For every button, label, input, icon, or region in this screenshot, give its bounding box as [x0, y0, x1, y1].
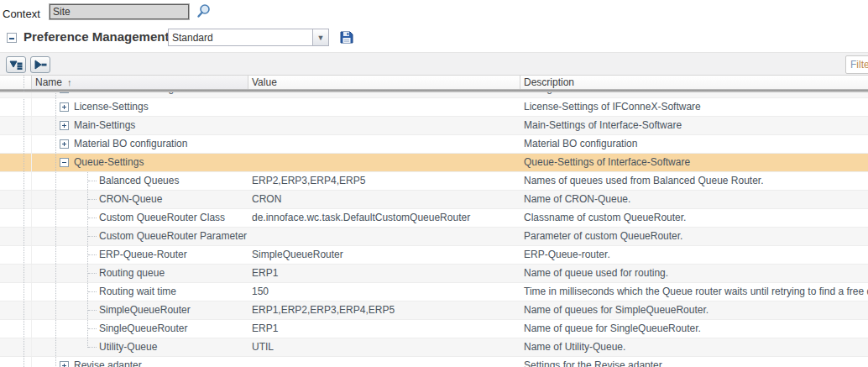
- row-numberer-cell: [0, 301, 32, 319]
- sort-asc-icon: ↑: [67, 77, 72, 87]
- expand-icon[interactable]: [60, 361, 69, 367]
- tree-connector: [88, 291, 97, 292]
- row-name-cell: ERP-Queue-Router: [32, 246, 248, 264]
- column-header-description[interactable]: Description: [520, 76, 868, 89]
- row-name: Custom QueueRouter Parameter: [99, 228, 247, 245]
- table-row[interactable]: Revise adapter Settings for the Revise a…: [0, 357, 868, 367]
- column-header-value[interactable]: Value: [248, 76, 520, 89]
- row-description: Name of queues for SimpleQueueRouter.: [520, 301, 868, 319]
- row-name: ERP-Queue-Router: [99, 246, 187, 264]
- row-description: Main-Settings of Interface-Software: [520, 117, 868, 134]
- table-body: License-Settings License-Settings of IFC…: [0, 98, 868, 367]
- row-numberer-cell: [0, 265, 32, 282]
- row-numberer-cell: [0, 209, 32, 227]
- expand-icon[interactable]: [60, 102, 69, 112]
- tree-connector: [88, 328, 97, 329]
- row-value: ERP2,ERP3,ERP4,ERP5: [248, 172, 520, 190]
- row-value: 150: [248, 283, 520, 301]
- collapse-level-button[interactable]: [30, 56, 50, 73]
- row-name-cell: Custom QueueRouter Class: [32, 209, 248, 227]
- row-value: ERP1,ERP2,ERP3,ERP4,ERP5: [248, 301, 520, 319]
- row-name-cell: Utility-Queue: [32, 338, 248, 356]
- table-row[interactable]: Custom QueueRouter Parameter Parameter o…: [0, 228, 868, 246]
- column-header-spacer[interactable]: [0, 76, 32, 89]
- row-name: SingleQueueRouter: [99, 320, 187, 338]
- table-row[interactable]: Routing wait time 150 Time in millisecon…: [0, 283, 868, 301]
- row-name-cell: SimpleQueueRouter: [32, 301, 248, 319]
- row-value: [248, 228, 520, 245]
- table-row[interactable]: ERP-Queue-Router SimpleQueueRouter ERP-Q…: [0, 246, 868, 265]
- expand-icon[interactable]: [60, 139, 69, 149]
- row-value: [248, 154, 520, 171]
- row-numberer-cell: [0, 357, 32, 367]
- row-name-cell: License-Settings: [32, 98, 248, 116]
- preferences-grid: Name↑ Value Description KPI Mail Values …: [0, 76, 868, 367]
- row-numberer-cell: [0, 191, 32, 208]
- row-value: CRON: [248, 191, 520, 208]
- row-name: Material BO configuration: [74, 135, 187, 153]
- row-name-cell: Main-Settings: [32, 117, 248, 134]
- preference-header: Preference Management ▼: [0, 27, 868, 52]
- filter-input[interactable]: Filter: [845, 55, 868, 74]
- row-name-cell: Routing queue: [32, 265, 248, 282]
- preference-set-combo[interactable]: ▼: [168, 29, 329, 46]
- row-name: Utility-Queue: [99, 338, 157, 356]
- row-description: Material BO configuration: [520, 135, 868, 153]
- save-icon[interactable]: [339, 29, 354, 45]
- row-name: Routing wait time: [99, 283, 176, 301]
- table-row[interactable]: Custom QueueRouter Class de.innoface.wc.…: [0, 209, 868, 228]
- expand-icon[interactable]: [60, 121, 69, 130]
- row-name-cell: Custom QueueRouter Parameter: [32, 228, 248, 245]
- row-description: Name of Utility-Queue.: [520, 338, 868, 356]
- row-description: Time in milliseconds which the Queue rou…: [520, 283, 868, 301]
- table-row[interactable]: Utility-Queue UTIL Name of Utility-Queue…: [0, 338, 868, 357]
- row-name-cell: Routing wait time: [32, 283, 248, 301]
- row-description: License-Settings of IFConneX-Software: [520, 98, 868, 116]
- row-description: Name of queue used for routing.: [520, 265, 868, 282]
- row-name: Custom QueueRouter Class: [99, 209, 225, 227]
- row-description: Konfiguration of KPI Mail Values.: [520, 92, 868, 97]
- tree-connector: [88, 254, 97, 255]
- preference-set-input[interactable]: [169, 29, 312, 45]
- chevron-down-icon[interactable]: ▼: [312, 29, 328, 45]
- row-value: [248, 357, 520, 367]
- row-numberer-cell: [0, 172, 32, 190]
- row-description: Parameter of custom QueueRouter.: [520, 228, 868, 245]
- table-row[interactable]: CRON-Queue CRON Name of CRON-Queue.: [0, 191, 868, 209]
- search-icon[interactable]: [196, 3, 212, 19]
- row-numberer-cell: [0, 246, 32, 264]
- row-description: Settings for the Revise adapter.: [520, 357, 868, 367]
- row-value: UTIL: [248, 338, 520, 356]
- row-value: [248, 117, 520, 134]
- grid-toolbar: Filter: [0, 52, 868, 76]
- column-header-name[interactable]: Name↑: [32, 76, 248, 89]
- context-bar: Context: [0, 0, 868, 25]
- table-row[interactable]: Material BO configuration Material BO co…: [0, 135, 868, 154]
- table-row[interactable]: Balanced Queues ERP2,ERP3,ERP4,ERP5 Name…: [0, 172, 868, 191]
- row-name-cell: Material BO configuration: [32, 135, 248, 153]
- tree-connector: [88, 218, 97, 218]
- table-row[interactable]: KPI Mail Values configuration Konfigurat…: [0, 92, 868, 98]
- tree-connector: [88, 347, 97, 348]
- row-name-cell: SingleQueueRouter: [32, 320, 248, 338]
- row-value: [248, 98, 520, 116]
- table-row[interactable]: License-Settings License-Settings of IFC…: [0, 98, 868, 117]
- context-input[interactable]: [50, 4, 189, 19]
- row-numberer-cell: [0, 283, 32, 301]
- collapse-section-icon[interactable]: [7, 33, 17, 43]
- row-description: Name of CRON-Queue.: [520, 191, 868, 208]
- collapse-icon[interactable]: [60, 92, 69, 93]
- row-value: ERP1: [248, 320, 520, 338]
- row-name-cell: KPI Mail Values configuration: [32, 92, 248, 97]
- table-row[interactable]: SimpleQueueRouter ERP1,ERP2,ERP3,ERP4,ER…: [0, 301, 868, 320]
- table-row[interactable]: SingleQueueRouter ERP1 Name of queue for…: [0, 320, 868, 338]
- collapse-icon[interactable]: [60, 158, 69, 167]
- collapse-all-button[interactable]: [6, 56, 26, 73]
- row-description: Queue-Settings of Interface-Software: [520, 154, 868, 171]
- row-value: [248, 135, 520, 153]
- row-name: License-Settings: [74, 98, 149, 116]
- table-row[interactable]: Main-Settings Main-Settings of Interface…: [0, 117, 868, 135]
- row-name-cell: Queue-Settings: [32, 154, 248, 171]
- table-row[interactable]: Routing queue ERP1 Name of queue used fo…: [0, 265, 868, 283]
- table-row[interactable]: Queue-Settings Queue-Settings of Interfa…: [0, 154, 868, 172]
